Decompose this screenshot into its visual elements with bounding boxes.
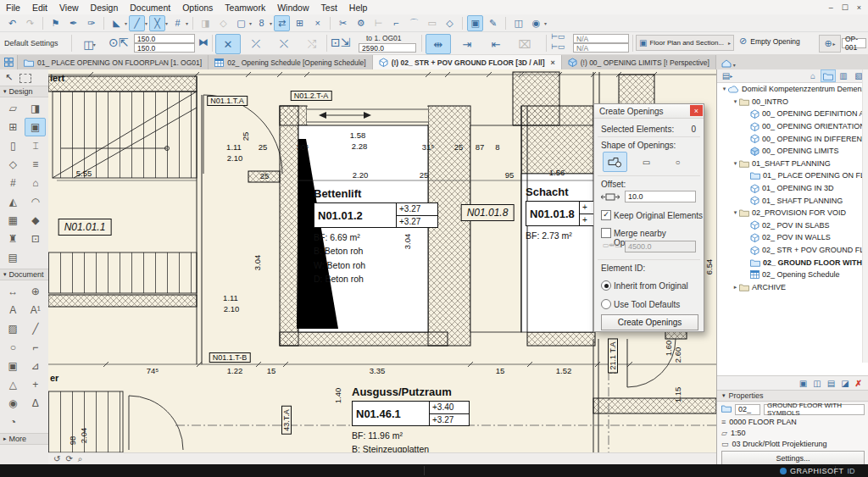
extrusion-both-icon[interactable]: ⇹ bbox=[426, 34, 451, 54]
favorites-icon[interactable]: ⚑ bbox=[47, 15, 64, 31]
elevation-tool-icon[interactable]: △ bbox=[3, 375, 24, 394]
skylight-tool-icon[interactable]: ▤ bbox=[3, 248, 24, 267]
tree-item-14[interactable]: 02_ GROUND FLOOR WITH SYMBOLS bbox=[717, 256, 868, 269]
tree-expander-icon[interactable]: ▸ bbox=[732, 284, 739, 291]
view-id-field[interactable]: 02_ bbox=[735, 404, 760, 415]
stair-tool-icon[interactable]: ≡ bbox=[25, 155, 46, 174]
tree-item-11[interactable]: 02_ POV IN SLABS bbox=[717, 219, 868, 232]
limit-bottom-field[interactable]: N/A bbox=[573, 43, 629, 53]
rotated-grid-icon-dropdown[interactable]: ▾ bbox=[125, 20, 127, 26]
arc-icon[interactable]: ⌒ bbox=[406, 15, 422, 31]
menu-window[interactable]: Window bbox=[271, 2, 314, 14]
opening-plane-horizontal-icon[interactable]: ⤫ bbox=[243, 34, 269, 54]
stamp-options-icon-dropdown[interactable]: ▾ bbox=[544, 20, 547, 26]
tree-scrollbar[interactable] bbox=[862, 69, 868, 363]
element-snap-icon[interactable]: ▢ bbox=[233, 15, 249, 31]
tree-item-16[interactable]: ▸ARCHIVE bbox=[717, 281, 868, 294]
toolbox-section-design[interactable]: ▾Design bbox=[0, 86, 48, 97]
door-display-icon[interactable]: ◫ bbox=[510, 15, 526, 31]
limit-top-field[interactable]: N/A bbox=[573, 34, 629, 43]
restore-button[interactable]: ☐ bbox=[842, 3, 849, 12]
tree-item-2[interactable]: 00_ OPENING DEFINITION AND SHAPE bbox=[717, 108, 868, 120]
mesh-tool-icon[interactable]: ◭ bbox=[3, 192, 24, 211]
polyline-tool-icon[interactable]: ⌐ bbox=[25, 338, 46, 357]
create-openings-button[interactable]: Create Openings bbox=[601, 314, 698, 330]
tree-item-6[interactable]: ▾01_SHAFT PLANNING bbox=[717, 158, 868, 170]
guide-lines-icon[interactable]: ╱ bbox=[129, 15, 145, 31]
keep-original-checkbox[interactable]: ✓ bbox=[601, 210, 611, 220]
shape-polygon-button[interactable] bbox=[603, 152, 627, 172]
adjust-icon[interactable]: ⚙ bbox=[353, 15, 369, 31]
tree-item-0[interactable]: ▾Domicil Kompetenzzentrum Demenz Oberrie… bbox=[717, 83, 868, 96]
project-chooser-icon[interactable]: ▤▸ bbox=[720, 69, 735, 82]
roof-tool-icon[interactable]: ⌂ bbox=[25, 174, 46, 192]
section-tool-icon[interactable]: ⊿ bbox=[25, 357, 46, 375]
wall-tool-icon[interactable]: ▱ bbox=[3, 99, 24, 118]
extrusion-up-icon[interactable]: ⇥ bbox=[454, 34, 480, 54]
menu-view[interactable]: View bbox=[53, 2, 85, 14]
favorites-dropdown-icon[interactable]: ◫▾ bbox=[76, 34, 103, 54]
rotated-grid-icon[interactable]: ◣ bbox=[108, 15, 125, 31]
figure-tool-icon[interactable]: ▣ bbox=[3, 357, 24, 375]
view-name-field[interactable]: GROUND FLOOR WITH SYMBOLS bbox=[764, 404, 865, 415]
detail-tool-icon[interactable]: ◉ bbox=[3, 394, 24, 413]
circle-tool-icon[interactable]: ○ bbox=[3, 338, 24, 357]
tree-expander-icon[interactable]: ▾ bbox=[732, 209, 739, 216]
snap-points-icon-dropdown[interactable]: ▾ bbox=[270, 20, 272, 26]
tab-3[interactable]: (!) 00_ OPENING LIMITS [! Perspective] bbox=[562, 55, 716, 69]
tree-item-10[interactable]: ▾02_PROVISION FOR VOID bbox=[717, 207, 868, 219]
menu-design[interactable]: Design bbox=[85, 2, 125, 14]
camera-tool-icon[interactable]: ◔ bbox=[3, 413, 24, 431]
curtain-wall-tool-icon[interactable]: ▦ bbox=[3, 211, 24, 230]
fill-tool-icon[interactable]: ▨ bbox=[3, 319, 24, 338]
window-tool-icon[interactable]: ⊞ bbox=[3, 118, 24, 136]
zone-tool-icon[interactable]: ⊡ bbox=[25, 230, 46, 248]
interior-elevation-tool-icon[interactable]: + bbox=[25, 375, 46, 394]
snap-guides-icon[interactable]: ╳ bbox=[149, 15, 165, 31]
element-id-field[interactable]: OP-001 bbox=[842, 38, 866, 48]
back-view-icon[interactable]: ↺ bbox=[53, 454, 60, 463]
menu-help[interactable]: Help bbox=[343, 2, 374, 14]
tree-item-7[interactable]: 01_ PLACE OPENING ON FLOORPLAN bbox=[717, 169, 868, 182]
merge-distance-field[interactable]: 4500.0 bbox=[625, 241, 696, 252]
tree-item-9[interactable]: 01_ SHAFT PLANNING bbox=[717, 194, 868, 207]
tree-item-8[interactable]: 01_ OPENING IN 3D bbox=[717, 182, 868, 195]
dimension-tool-icon[interactable]: ↔ bbox=[3, 282, 24, 301]
move-icon[interactable]: ⇄ bbox=[274, 15, 290, 31]
marquee-tool-icon[interactable] bbox=[19, 74, 31, 83]
morph-tool-icon[interactable]: ◆ bbox=[25, 211, 46, 230]
arrow-tool-icon[interactable]: ↖ bbox=[5, 72, 13, 83]
layout-book-icon[interactable]: ▥ bbox=[836, 69, 851, 82]
offset-field[interactable]: 10.0 bbox=[625, 191, 696, 202]
menu-document[interactable]: Document bbox=[124, 2, 176, 14]
grid-snap-icon[interactable]: # bbox=[170, 15, 186, 31]
settings-button[interactable]: Settings... bbox=[721, 451, 865, 465]
tab-close-icon[interactable]: × bbox=[550, 58, 554, 67]
use-tool-defaults-radio[interactable] bbox=[601, 299, 611, 309]
new-tab-button[interactable]: ▾ bbox=[716, 59, 741, 69]
pick-up-parameters-icon[interactable]: ✒ bbox=[65, 15, 81, 31]
view-map-icon[interactable] bbox=[821, 69, 836, 82]
dialog-title[interactable]: Create Openings bbox=[594, 104, 704, 119]
menu-file[interactable]: File bbox=[0, 2, 26, 14]
tree-item-13[interactable]: 02_ STR + POV GROUND FLOOR bbox=[717, 244, 868, 257]
tab-2[interactable]: (!) 02_ STR + POV GROUND FLOOR [3D / All… bbox=[373, 55, 562, 69]
toolbox-section-document[interactable]: ▾Document bbox=[0, 269, 48, 280]
beam-tool-icon[interactable]: ⌶ bbox=[25, 136, 46, 155]
tree-item-12[interactable]: 02_ POV IN WALLS bbox=[717, 231, 868, 244]
menu-test[interactable]: Test bbox=[315, 2, 343, 14]
toolbox-section-more[interactable]: ▸More bbox=[0, 433, 48, 445]
elevation-field[interactable]: 2590.0 bbox=[359, 43, 416, 53]
snap-guides-icon-dropdown[interactable]: ▾ bbox=[165, 20, 168, 26]
box-stretch-icon[interactable]: ▭ bbox=[424, 15, 440, 31]
tree-item-4[interactable]: 00_ OPENING IN DIFFERENT ELEMENT TYPES bbox=[717, 132, 868, 145]
opening-tool-icon[interactable]: ▣ bbox=[25, 118, 46, 136]
dialog-close-button[interactable]: × bbox=[690, 105, 703, 116]
level-dimension-tool-icon[interactable]: ⊕ bbox=[25, 282, 46, 301]
split-icon[interactable]: ⊢ bbox=[370, 15, 387, 31]
menu-edit[interactable]: Edit bbox=[26, 2, 53, 14]
element-snap-icon-dropdown[interactable]: ▾ bbox=[249, 20, 252, 26]
inherit-from-original-radio[interactable] bbox=[601, 280, 611, 291]
trim-icon[interactable]: ✂ bbox=[335, 15, 351, 31]
snap-points-icon[interactable]: 8 bbox=[253, 15, 270, 31]
